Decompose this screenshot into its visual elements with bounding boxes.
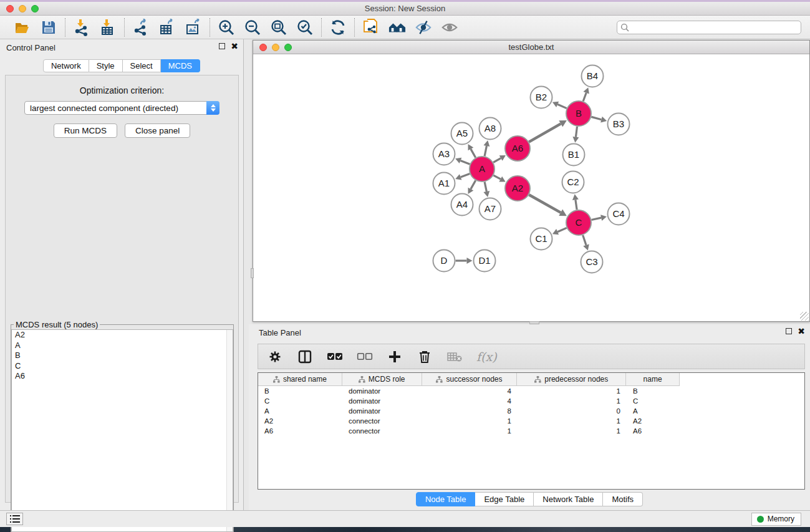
tab-network[interactable]: Network <box>43 59 89 72</box>
network-minimize-button[interactable] <box>272 44 279 51</box>
edge-A-A7[interactable] <box>485 182 486 191</box>
search-input[interactable] <box>617 21 801 34</box>
zoom-fit-icon[interactable] <box>270 19 287 36</box>
edge-A-A4[interactable] <box>471 180 476 189</box>
table-row[interactable]: Cdominator41C <box>258 396 804 406</box>
tab-motifs[interactable]: Motifs <box>603 492 643 506</box>
table-cell: connector <box>342 427 422 435</box>
minimize-window-button[interactable] <box>19 5 26 12</box>
network-canvas[interactable]: B4B2BB3A5A8A6B1A3AC2A1A2A4A7C4CC1C3DD1 <box>253 54 809 321</box>
edge-A-A3[interactable] <box>461 160 470 164</box>
table-row[interactable]: Adominator80A <box>258 406 804 416</box>
open-file-icon[interactable] <box>14 19 31 36</box>
node-table[interactable]: shared nameMCDS rolesuccessor nodesprede… <box>258 372 805 490</box>
import-network-icon[interactable] <box>73 19 90 36</box>
edge-C-C1[interactable] <box>557 228 567 231</box>
network-zoom-button[interactable] <box>284 44 292 51</box>
network-close-button[interactable] <box>259 44 267 51</box>
graph-node-label: C2 <box>567 177 579 187</box>
function-builder-icon[interactable]: f(x) <box>476 350 497 364</box>
mcds-tab-content: Optimization criterion: largest connecte… <box>5 75 239 503</box>
zoom-selected-icon[interactable] <box>296 19 314 36</box>
delete-column-icon[interactable] <box>417 349 433 365</box>
result-list-scrollbar[interactable] <box>226 330 233 531</box>
tab-style[interactable]: Style <box>89 59 123 72</box>
edge-C-C3[interactable] <box>583 235 586 245</box>
zoom-window-button[interactable] <box>31 5 39 12</box>
close-window-button[interactable] <box>6 5 14 12</box>
save-session-icon[interactable] <box>40 19 57 36</box>
edge-C-C4[interactable] <box>592 218 602 220</box>
zoom-out-icon[interactable] <box>244 19 261 36</box>
column-header-MCDS-role[interactable]: MCDS role <box>342 373 422 385</box>
mcds-result-fieldset: MCDS result (5 nodes) A2ABCA6 <box>11 320 234 532</box>
table-row[interactable]: A6connector11A6 <box>258 426 804 436</box>
node-table-header[interactable]: shared nameMCDS rolesuccessor nodesprede… <box>258 373 680 386</box>
first-neighbors-icon[interactable] <box>388 19 406 36</box>
deselect-all-rows-icon[interactable] <box>357 349 373 365</box>
edge-B-B1[interactable] <box>576 127 577 137</box>
edge-B-B3[interactable] <box>591 117 601 119</box>
network-from-selection-icon[interactable] <box>362 19 380 36</box>
splitter-handle-left[interactable] <box>251 268 254 278</box>
hide-selected-icon[interactable] <box>415 19 432 36</box>
edge-C-C2[interactable] <box>576 200 577 210</box>
column-type-icon <box>359 376 365 383</box>
result-list-item[interactable]: A2 <box>12 330 233 341</box>
export-network-icon[interactable] <box>132 19 150 36</box>
export-table-icon[interactable] <box>158 19 176 36</box>
table-cell: A <box>627 407 680 415</box>
show-all-icon[interactable] <box>441 19 458 36</box>
task-history-icon[interactable] <box>6 513 23 525</box>
close-panel-icon[interactable]: ✖ <box>231 43 238 49</box>
memory-button[interactable]: Memory <box>751 513 801 526</box>
edge-A6-B[interactable] <box>529 123 561 142</box>
run-mcds-button[interactable]: Run MCDS <box>54 123 117 138</box>
export-image-icon[interactable] <box>185 19 202 36</box>
mcds-result-title: MCDS result (5 nodes) <box>14 320 100 329</box>
edge-A-A5[interactable] <box>471 149 476 158</box>
column-header-shared-name[interactable]: shared name <box>258 373 342 385</box>
tab-mcds[interactable]: MCDS <box>161 59 200 72</box>
import-table-icon[interactable] <box>99 19 117 36</box>
tab-edge-table[interactable]: Edge Table <box>475 492 534 506</box>
table-float-panel-icon[interactable] <box>786 328 792 334</box>
zoom-in-icon[interactable] <box>218 19 235 36</box>
edge-A2-C[interactable] <box>529 195 561 213</box>
edge-A-A6[interactable] <box>493 158 501 163</box>
mcds-result-list[interactable]: A2ABCA6 <box>11 329 233 532</box>
graph-node-label: C1 <box>535 233 547 244</box>
column-visibility-icon[interactable] <box>297 349 313 365</box>
edge-B-B2[interactable] <box>557 104 567 108</box>
network-window-titlebar[interactable]: testGlobe.txt <box>253 41 809 54</box>
add-column-icon[interactable] <box>387 349 403 365</box>
delete-table-icon[interactable] <box>446 349 463 365</box>
edge-A-A2[interactable] <box>493 175 500 179</box>
float-panel-icon[interactable] <box>219 43 225 49</box>
column-header-successor-nodes[interactable]: successor nodes <box>422 373 518 385</box>
table-options-icon[interactable] <box>267 349 283 365</box>
result-list-item[interactable]: A <box>12 341 233 351</box>
edge-A-A1[interactable] <box>461 173 470 177</box>
tab-select[interactable]: Select <box>123 59 161 72</box>
table-cell: dominator <box>342 397 422 405</box>
edge-A-A8[interactable] <box>485 146 486 156</box>
close-panel-button[interactable]: Close panel <box>125 123 190 138</box>
table-row[interactable]: A2connector11A2 <box>258 416 804 426</box>
result-list-item[interactable]: C <box>12 361 233 372</box>
criterion-dropdown[interactable]: largest connected component (directed) <box>24 101 219 115</box>
column-type-icon <box>273 376 280 383</box>
tab-network-table[interactable]: Network Table <box>534 492 603 506</box>
table-close-panel-icon[interactable]: ✖ <box>798 328 805 334</box>
graph-node-label: C3 <box>586 256 597 267</box>
edge-B-B4[interactable] <box>583 93 586 102</box>
column-header-name[interactable]: name <box>626 373 679 385</box>
result-list-item[interactable]: B <box>12 351 233 361</box>
select-all-rows-icon[interactable] <box>327 349 343 365</box>
table-row[interactable]: Bdominator41B <box>258 386 804 396</box>
tab-node-table[interactable]: Node Table <box>416 492 476 506</box>
result-list-item[interactable]: A6 <box>12 371 233 382</box>
window-resize-grip[interactable] <box>800 312 809 321</box>
apply-layout-icon[interactable] <box>329 19 347 36</box>
column-header-predecessor-nodes[interactable]: predecessor nodes <box>517 373 626 385</box>
